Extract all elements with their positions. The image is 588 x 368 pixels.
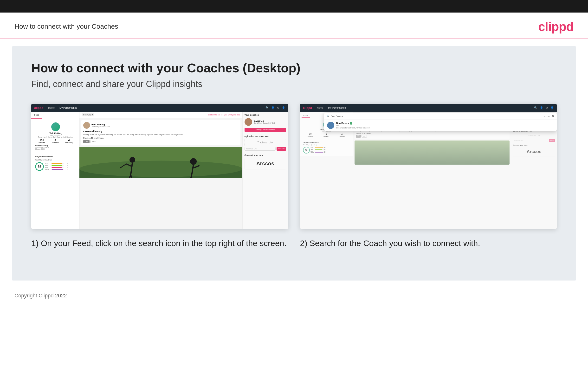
lesson-card: Blair McHarg Yesterday · Sunningdale Les… xyxy=(81,120,240,145)
coach-name: Blair McHarg xyxy=(91,123,110,126)
bar-app: APP 85 xyxy=(45,165,76,166)
bar-ott-val: 90 xyxy=(64,163,68,164)
off-button[interactable]: OTT xyxy=(83,140,89,143)
mock-nav-home-2[interactable]: Home xyxy=(317,107,324,109)
settings-icon-2[interactable]: ⚙ xyxy=(546,106,548,110)
mock-screen-2: clippd Home My Performance 🔍 👤 ⚙ 👤 xyxy=(300,104,557,229)
trackman-section: Upload a Trackman Test Trackman Link Tra… xyxy=(245,135,286,151)
bg-score: 92 xyxy=(303,147,310,154)
main-heading: How to connect with your Coaches (Deskto… xyxy=(31,61,557,75)
activities-count: 131 xyxy=(38,139,45,142)
top-bar xyxy=(0,0,588,12)
close-icon[interactable]: ✕ xyxy=(552,114,554,118)
add-link-button[interactable]: Add Link xyxy=(277,147,286,151)
lesson-text: Looking to feel like my hands are exitin… xyxy=(83,134,238,136)
feed-tab[interactable]: Feed xyxy=(31,112,42,119)
trackman-input[interactable]: Trackman Link xyxy=(245,147,276,151)
profile-icon-2[interactable]: 👤 xyxy=(540,106,543,110)
trackman-input-row: Trackman Link Add Link xyxy=(245,147,286,151)
bg-stats: 131Activities 3Followers 4Following xyxy=(303,133,350,137)
coaches-title: Your Coaches xyxy=(245,114,286,116)
bar-ott-fill xyxy=(52,163,62,164)
clear-button[interactable]: CLEAR xyxy=(544,115,551,117)
mock-nav-icons: 🔍 👤 ⚙ 👤 xyxy=(265,106,285,110)
bar-arg-fill xyxy=(52,167,62,168)
profile-icon[interactable]: 👤 xyxy=(271,106,275,110)
main-subheading: Find, connect and share your Clippd insi… xyxy=(31,79,557,89)
bg-bar-putt-f xyxy=(315,152,324,153)
bar-arg: ARG 86 xyxy=(45,166,76,168)
quality-label: Total Player Quality ⓘ xyxy=(35,159,76,161)
user-avatar-icon[interactable]: 👤 xyxy=(282,106,285,110)
bar-ott-track xyxy=(52,163,63,164)
following-button[interactable]: Following ▾ xyxy=(82,113,94,116)
coach-info: Blair McHarg Yesterday · Sunningdale xyxy=(91,123,110,128)
bg-bar-ott-f xyxy=(315,147,323,148)
bg-bars: OTT90 APP85 ARG86 PUTT96 xyxy=(311,147,350,154)
mock-nav-icons-2: 🔍 👤 ⚙ 👤 xyxy=(534,106,554,110)
lesson-title: Lesson with Fordy xyxy=(83,130,238,133)
activity-title-label: Latest Activity xyxy=(35,144,48,147)
followers-stat: 3 Followers xyxy=(52,139,59,143)
bg-duration: Duration 01 hr : 30 min xyxy=(356,133,508,134)
bg-bar-putt-v: 96 xyxy=(324,152,326,154)
bg-stat2: 3Followers xyxy=(323,133,329,137)
search-result[interactable]: Dan Davies ✓ Pro Sunningdale Golf Club, … xyxy=(324,120,557,131)
manage-coaches-button[interactable]: Manage Your Coaches xyxy=(245,128,286,132)
bar-arg-val: 86 xyxy=(64,166,68,168)
coach-row: Blair McHarg Yesterday · Sunningdale xyxy=(83,122,238,129)
following-row: Following ▾ Control who can see your act… xyxy=(79,112,242,118)
duration-val: 01 hr : 30 min xyxy=(91,137,104,139)
app-button[interactable]: APP xyxy=(90,140,97,143)
search-icon-2[interactable]: 🔍 xyxy=(534,106,537,110)
activities-stat: 131 Activities xyxy=(38,139,45,143)
following-stat: 4 Following xyxy=(65,139,73,143)
bg-meta: Plus Handicap xyxy=(303,131,350,132)
copyright: Copyright Clippd 2022 xyxy=(14,293,67,299)
mock-nav-performance[interactable]: My Performance xyxy=(60,107,77,109)
bar-arg-track xyxy=(52,167,63,168)
mock-nav-home[interactable]: Home xyxy=(48,107,55,109)
arccos-logo: Arccos xyxy=(245,158,286,169)
trackman-placeholder: Trackman Link xyxy=(245,139,286,146)
screen2-body: Feed Blair McHarg Plus Handicap 131Activ… xyxy=(300,112,557,229)
mock-logo: clippd xyxy=(34,106,43,110)
search-panel: 🔍 Dan Davies CLEAR ✕ xyxy=(324,113,557,131)
bg-bar-ott-l: OTT xyxy=(311,147,315,148)
result-name: Dan Davies xyxy=(336,122,349,125)
coach-details: David Ford Royal North Devon Golf Club xyxy=(254,120,275,124)
mock-body: Feed Blair McHarg Plus Handicap Royal No… xyxy=(31,112,288,229)
bg-bar-app-f xyxy=(315,149,323,150)
coach-meta: Yesterday · Sunningdale xyxy=(91,126,110,128)
mock-nav-performance-2[interactable]: My Performance xyxy=(328,107,346,109)
user-avatar-icon-2[interactable]: 👤 xyxy=(551,106,554,110)
search-icon[interactable]: 🔍 xyxy=(265,106,269,110)
bar-putt: PUTT 96 xyxy=(45,168,76,170)
profile-card: Blair McHarg Plus Handicap Royal North D… xyxy=(33,120,78,152)
bg-btns: OTT APP xyxy=(356,135,508,138)
following-label: Following xyxy=(65,142,73,143)
mock-logo-2: clippd xyxy=(303,106,312,110)
screenshots-row: clippd Home My Performance 🔍 👤 ⚙ 👤 xyxy=(31,104,557,249)
mock-navbar: clippd Home My Performance 🔍 👤 ⚙ 👤 xyxy=(31,104,288,112)
screenshot-panel-1: clippd Home My Performance 🔍 👤 ⚙ 👤 xyxy=(31,104,288,249)
control-link[interactable]: Control who can see your activity and da… xyxy=(208,114,240,116)
bg-bar-putt: PUTT96 xyxy=(311,152,350,154)
followers-count: 3 xyxy=(52,139,59,142)
search-input-value[interactable]: Dan Davies xyxy=(331,115,543,118)
bg-bar-putt-t xyxy=(315,152,324,153)
screenshot-1: clippd Home My Performance 🔍 👤 ⚙ 👤 xyxy=(31,104,288,229)
bg-bar-app-l: APP xyxy=(311,149,315,150)
coach-avatar-right xyxy=(245,118,252,126)
bar-ott-label: OTT xyxy=(45,163,51,164)
bg-bar-app-v: 85 xyxy=(324,149,326,150)
bg-bar-arg-l: ARG xyxy=(311,150,315,152)
bg-bar-arg-f xyxy=(315,151,323,151)
performance-card: Player Performance Total Player Quality … xyxy=(33,154,78,173)
following-count: 4 xyxy=(65,139,73,142)
settings-icon[interactable]: ⚙ xyxy=(277,106,280,110)
bg-quality-row: 92 OTT90 APP85 ARG86 PUTT96 xyxy=(303,147,350,154)
verified-check-icon: ✓ xyxy=(350,122,352,125)
bg-tab: Feed xyxy=(302,113,310,118)
bar-app-fill xyxy=(52,165,62,166)
